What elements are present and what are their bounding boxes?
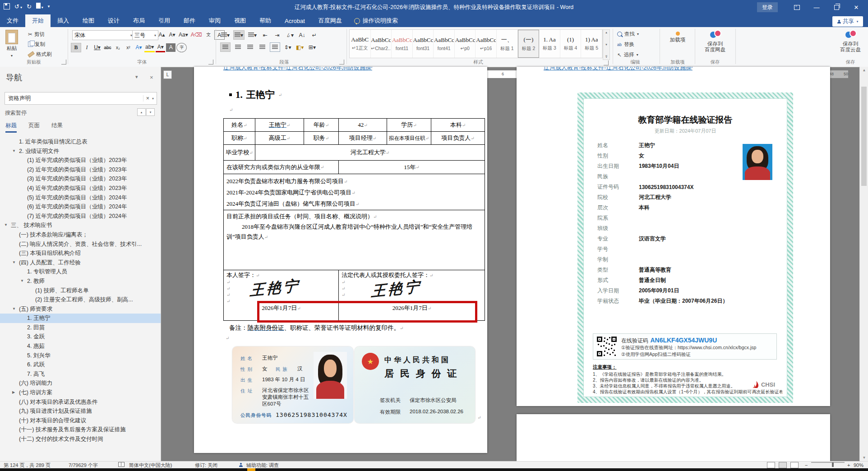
cell-role-label[interactable]: 拟在本项目任职↵ bbox=[387, 132, 431, 145]
numbering-button[interactable]: ▾ bbox=[233, 30, 245, 40]
word-count[interactable]: 7/79629 个字 bbox=[69, 462, 98, 468]
font-color-button[interactable]: A▾ bbox=[156, 42, 165, 52]
tab-selector[interactable]: L bbox=[163, 70, 172, 79]
nav-item[interactable]: (3) 近年完成的类似项目（业绩）2023年 bbox=[0, 174, 161, 184]
nav-item[interactable]: ▼2. 教师 bbox=[0, 277, 161, 286]
id-card-front-image[interactable]: 姓 名 王艳宁 性 别 女 民 族 汉 出 生 1983 年 10 月 4 日 … bbox=[232, 346, 353, 423]
tab-邮件[interactable]: 邮件 bbox=[177, 14, 202, 27]
nav-item[interactable]: (一) 技术条款响应/偏离表； bbox=[0, 230, 161, 240]
cell-title-label[interactable]: 职称↵ bbox=[224, 132, 255, 145]
align-right-button[interactable] bbox=[245, 43, 255, 51]
borders-button[interactable]: ⊞▾ bbox=[307, 43, 317, 51]
phonetic-guide-button[interactable]: 文 bbox=[204, 30, 213, 39]
nav-item[interactable]: (7) 近年完成的类似项目（业绩）2024年 bbox=[0, 212, 161, 221]
nav-item[interactable]: (1) 近年完成的类似项目（业绩）2023年 bbox=[0, 156, 161, 165]
collapse-triangle-icon[interactable]: ▼ bbox=[20, 277, 24, 286]
nav-tab-结果[interactable]: 结果 bbox=[51, 122, 63, 133]
shrink-font-button[interactable]: A▾ bbox=[167, 30, 177, 39]
login-button[interactable]: 登录 bbox=[757, 2, 778, 12]
tab-审阅[interactable]: 审阅 bbox=[202, 14, 227, 27]
previous-result-button[interactable]: ▴ bbox=[137, 108, 146, 116]
tab-绘图[interactable]: 绘图 bbox=[76, 14, 101, 27]
nav-item[interactable]: ▼2. 业绩证明文件 bbox=[0, 147, 161, 156]
nav-item[interactable]: (九) 项目进度计划及保证措施 bbox=[0, 406, 161, 416]
read-mode-icon[interactable] bbox=[767, 462, 775, 468]
tab-百度网盘[interactable]: 百度网盘 bbox=[312, 14, 349, 27]
underline-button[interactable]: U▾ bbox=[92, 43, 102, 52]
nav-item[interactable]: (十一) 技术服务及售后服务方案及保证措施 bbox=[0, 425, 161, 434]
cell-position-label[interactable]: 职务↵ bbox=[304, 132, 339, 145]
web-layout-icon[interactable] bbox=[790, 462, 799, 468]
style-标题2[interactable]: (一)标题 2 bbox=[518, 30, 540, 58]
nav-item[interactable]: ▼三、 技术响应书 bbox=[0, 221, 161, 230]
heading-1-wangyanning[interactable]: 1. 王艳宁 ↵ bbox=[229, 88, 282, 101]
nav-item[interactable]: (八) 对本项目的承诺及优惠条件 bbox=[0, 397, 161, 407]
nav-item[interactable]: 1. 王艳宁 bbox=[0, 314, 161, 323]
nav-item[interactable]: (2) 近年完成的类似项目（业绩）2023年 bbox=[0, 165, 161, 175]
nav-tab-标题[interactable]: 标题 bbox=[5, 122, 17, 133]
highlight-button[interactable]: ab▾ bbox=[144, 42, 155, 52]
nav-options-chevron-icon[interactable]: ▾ bbox=[135, 74, 138, 80]
copy-button[interactable]: 复制 bbox=[28, 40, 45, 48]
style-标题5[interactable]: 1) Aa标题 5 bbox=[581, 30, 602, 58]
nav-item[interactable]: (1) 技师、工程师名单 bbox=[0, 286, 161, 296]
minimize-button[interactable]: — bbox=[807, 0, 826, 14]
tab-文件[interactable]: 文件 bbox=[0, 14, 25, 27]
style-标题4[interactable]: (1)标题 4 bbox=[560, 30, 582, 58]
zoom-in-button[interactable]: + bbox=[847, 462, 850, 468]
cell-name-label[interactable]: 姓名↵ bbox=[224, 119, 255, 132]
tab-设计[interactable]: 设计 bbox=[101, 14, 126, 27]
share-button[interactable]: 共享▾ bbox=[832, 16, 863, 27]
print-layout-icon[interactable] bbox=[779, 462, 787, 468]
nav-search-box[interactable]: 资格声明 × ▾ bbox=[5, 92, 157, 105]
nav-item[interactable]: (十) 对本项目的合理化建议 bbox=[0, 416, 161, 425]
cell-title-value[interactable]: 高级工↵ bbox=[255, 132, 304, 145]
id-card-back-image[interactable]: ★ 中华人民共和国 居 民 身 份 证 签发机关 保定市徐水区公安局 有效期限 … bbox=[355, 346, 475, 423]
track-changes-indicator[interactable]: 修订: 关闭 bbox=[195, 462, 217, 468]
multilevel-list-button[interactable]: ▾ bbox=[247, 31, 258, 39]
nav-item[interactable]: 1. 专职管理人员 bbox=[0, 267, 161, 277]
cell-school-value[interactable]: 河北工程大学↵ bbox=[255, 145, 485, 161]
nav-item[interactable]: 5. 刘兴华 bbox=[0, 351, 161, 360]
italic-button[interactable]: I bbox=[82, 43, 92, 52]
zoom-out-button[interactable]: − bbox=[805, 462, 808, 468]
scrollbar-thumb[interactable] bbox=[861, 87, 867, 186]
decrease-indent-button[interactable]: ⇤ bbox=[260, 31, 270, 39]
nav-item[interactable]: 7. 高飞 bbox=[0, 369, 161, 379]
select-button[interactable]: ↖选择▾ bbox=[617, 51, 638, 59]
style-Char2[interactable]: AaBbCcDdI↵Char2... bbox=[371, 30, 392, 58]
cut-button[interactable]: ✂ 剪切 bbox=[28, 30, 45, 38]
expand-triangle-icon[interactable]: ▶ bbox=[12, 388, 15, 397]
nav-item[interactable]: ▼(五) 师资要求 bbox=[0, 305, 161, 314]
cell-position-value[interactable]: 项目经理↵ bbox=[339, 132, 387, 145]
collapse-triangle-icon[interactable]: ▼ bbox=[12, 305, 16, 314]
save-to-baidu-cloud-button[interactable]: 保存到百度云盘 bbox=[836, 30, 865, 53]
next-result-button[interactable]: ▾ bbox=[146, 108, 155, 116]
restore-button[interactable] bbox=[826, 0, 846, 14]
nav-close-icon[interactable]: × bbox=[150, 74, 153, 81]
chsi-verification-report[interactable]: 教育部学籍在线验证报告 更新日期：2024年07月07日 姓名王艳宁性别女出生日… bbox=[577, 92, 793, 403]
style-font41[interactable]: AaBbCcDdIfont41 bbox=[434, 30, 455, 58]
paste-button[interactable]: 粘贴▾ bbox=[5, 30, 18, 59]
cell-age-value[interactable]: 42↵ bbox=[339, 119, 387, 132]
save-to-baidu-netdisk-button[interactable]: 保存到百度网盘 bbox=[699, 30, 731, 53]
font-dialog-launcher[interactable] bbox=[208, 60, 213, 65]
nav-item[interactable]: (2) 注册安全工程师、高级技师、副高... bbox=[0, 295, 161, 305]
replace-button[interactable]: ab替换 bbox=[617, 40, 634, 49]
bold-button[interactable]: B bbox=[71, 43, 81, 52]
clear-search-icon[interactable]: × bbox=[143, 95, 152, 102]
zoom-slider[interactable] bbox=[811, 462, 845, 463]
vertical-scrollbar[interactable]: ▲ ▼ bbox=[859, 67, 868, 461]
nav-item[interactable]: ▶(七) 培训方案 bbox=[0, 388, 161, 397]
cell-age-label[interactable]: 年龄↵ bbox=[304, 119, 339, 132]
style-标题3[interactable]: 1. Aa标题 3 bbox=[539, 30, 560, 58]
nav-tab-页面[interactable]: 页面 bbox=[28, 122, 40, 133]
paragraph-dialog-launcher[interactable] bbox=[339, 60, 344, 65]
cell-school-label[interactable]: 毕业学校↵ bbox=[224, 145, 255, 161]
style-p16[interactable]: AaBbCcDc↵p16 bbox=[476, 30, 497, 58]
nav-item[interactable]: 2. 田苗 bbox=[0, 323, 161, 332]
style-标题1[interactable]: 一、标题 1 bbox=[497, 30, 518, 58]
strikethrough-button[interactable]: abc bbox=[103, 43, 112, 52]
font-name-combo[interactable]: 宋体▾ bbox=[72, 30, 134, 40]
style-font31[interactable]: AaBbCcDcfont31 bbox=[413, 30, 434, 58]
